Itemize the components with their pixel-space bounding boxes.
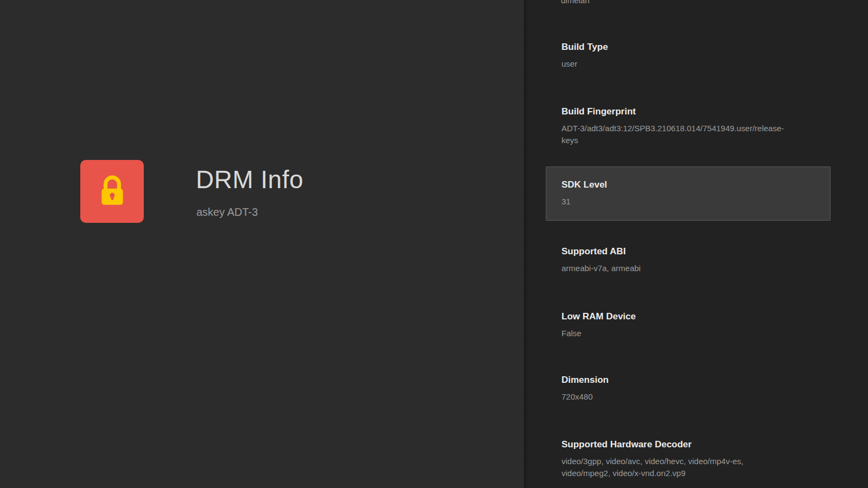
app-title: DRM Info xyxy=(196,164,303,195)
info-item-label: Supported Hardware Decoder xyxy=(561,439,792,451)
info-item-value: armeabi-v7a, armeabi xyxy=(561,262,792,274)
info-item[interactable]: Build Fingerprint ADT-3/adt3/adt3:12/SPB… xyxy=(546,93,831,159)
info-item-value: user xyxy=(561,58,792,70)
info-item-value: 31 xyxy=(561,196,792,208)
info-item-value: False xyxy=(561,328,792,339)
info-item[interactable]: Low RAM Device False xyxy=(546,298,831,352)
info-item-label: Dimension xyxy=(561,374,792,386)
app-subtitle: askey ADT-3 xyxy=(196,205,258,219)
info-list: Build Type user Build Fingerprint ADT-3/… xyxy=(546,0,831,488)
info-item[interactable]: Supported ABI armeabi-v7a, armeabi xyxy=(546,233,831,287)
info-item-label: Low RAM Device xyxy=(561,311,792,323)
info-item-label: Build Fingerprint xyxy=(561,106,792,118)
info-item-value: video/3gpp, video/avc, video/hevc, video… xyxy=(561,455,792,479)
info-item[interactable]: Supported Hardware Decoder video/3gpp, v… xyxy=(546,426,831,488)
info-item-value: ADT-3/adt3/adt3:12/SPB3.210618.014/75419… xyxy=(561,123,792,146)
info-item[interactable]: SDK Level 31 xyxy=(546,166,831,221)
info-item-label: Supported ABI xyxy=(561,246,792,258)
app-header-pane: DRM Info askey ADT-3 xyxy=(0,0,524,488)
info-item-value: 720x480 xyxy=(561,391,792,403)
info-item-label: Build Type xyxy=(561,41,792,53)
lock-icon xyxy=(98,175,127,208)
app-icon xyxy=(80,160,144,223)
info-panel: dimelan Build Type user Build Fingerprin… xyxy=(524,0,868,488)
info-item[interactable]: Dimension 720x480 xyxy=(546,362,831,415)
info-item-label: SDK Level xyxy=(561,179,792,191)
info-item[interactable]: Build Type user xyxy=(546,29,831,82)
